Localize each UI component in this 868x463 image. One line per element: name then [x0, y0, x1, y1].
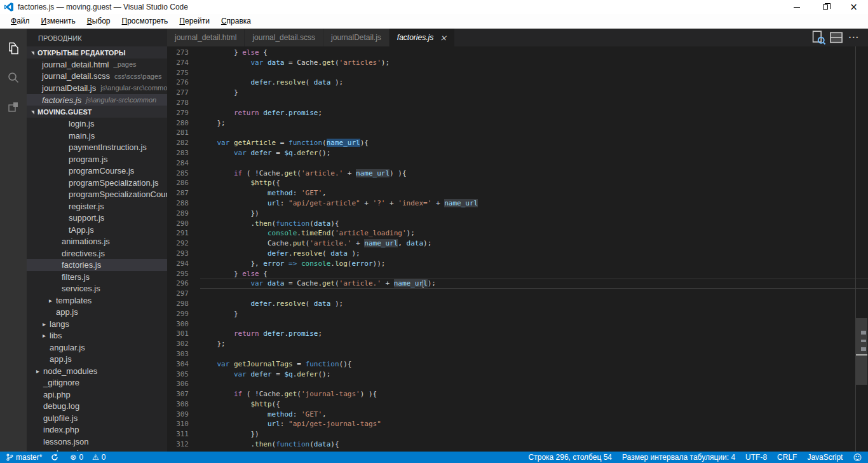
tree-file-programSpecializationCourse.js[interactable]: programSpecializationCourse.js	[27, 188, 167, 200]
code-line: 288 url: "api/get-article" + '?' + 'inde…	[167, 198, 868, 209]
tree-file-gulpfile.js[interactable]: gulpfile.js	[27, 412, 167, 424]
minimize-button[interactable]	[782, 0, 811, 14]
tree-file-api.php[interactable]: api.php	[27, 389, 167, 401]
errors-status[interactable]: ⊗ 0	[70, 453, 83, 462]
extensions-icon[interactable]	[0, 92, 27, 121]
line-number: 296	[167, 279, 200, 289]
menu-item-изменить[interactable]: Изменить	[36, 17, 81, 25]
menu-bar: ФайлИзменитьВыборПросмотретьПерейтиСправ…	[0, 14, 868, 29]
editor-actions: ···	[810, 29, 868, 46]
tree-file-app.js[interactable]: app.js	[27, 306, 167, 318]
overview-ruler-mark	[861, 331, 866, 335]
git-branch-icon	[6, 453, 13, 461]
tree-folder-node_modules[interactable]: ▸node_modules	[27, 365, 167, 377]
file-tree: login.jsmain.jspaymentInstruction.jsprog…	[27, 118, 167, 452]
code-line: 312 .then(function(data){	[167, 439, 868, 450]
error-icon: ⊗	[70, 453, 76, 462]
tree-file-index.php[interactable]: index.php	[27, 424, 167, 436]
tree-folder-langs[interactable]: ▸langs	[27, 318, 167, 330]
git-branch-status[interactable]: master*	[6, 453, 42, 462]
tab-journal_detail.scss[interactable]: journal_detail.scss	[245, 29, 323, 46]
tab-size-status[interactable]: Размер интервала табуляции: 4	[622, 453, 735, 462]
tree-file-support.js[interactable]: support.js	[27, 212, 167, 224]
tree-file-register.js[interactable]: register.js	[27, 200, 167, 212]
tree-folder-libs[interactable]: ▸libs	[27, 329, 167, 342]
tree-file-factories.js[interactable]: factories.js	[27, 259, 167, 271]
open-editors-header[interactable]: ОТКРЫТЫЕ РЕДАКТОРЫ	[27, 46, 167, 59]
minimize-icon	[794, 7, 800, 8]
menu-item-перейти[interactable]: Перейти	[173, 17, 215, 25]
code-line: 303	[167, 349, 868, 359]
warnings-status[interactable]: ⚠ 0	[92, 453, 105, 462]
chevron-right-icon: ▸	[36, 368, 43, 375]
tree-file-directives.js[interactable]: directives.js	[27, 247, 167, 259]
encoding-status[interactable]: UTF-8	[745, 453, 767, 462]
line-number: 290	[167, 219, 200, 229]
tree-file-main.js[interactable]: main.js	[27, 130, 167, 142]
feedback-smiley-icon[interactable]: ☺	[853, 453, 862, 462]
line-number: 280	[167, 118, 200, 128]
line-number: 297	[167, 289, 200, 299]
scrollbar-track[interactable]	[855, 46, 868, 452]
tree-file-angular.js[interactable]: angular.js	[27, 342, 167, 354]
split-editor-icon[interactable]	[827, 29, 845, 46]
tree-file-login.js[interactable]: login.js	[27, 118, 167, 130]
cursor-position-status[interactable]: Строка 296, столбец 54	[529, 453, 612, 462]
menu-item-просмотреть[interactable]: Просмотреть	[116, 17, 174, 25]
menu-item-файл[interactable]: Файл	[5, 17, 36, 25]
code-lines: 273 } else {274 var data = Cache.get('ar…	[167, 48, 868, 450]
warning-icon: ⚠	[92, 453, 99, 462]
menu-item-выбор[interactable]: Выбор	[81, 17, 116, 25]
search-icon[interactable]	[0, 63, 27, 92]
chevron-right-icon: ▸	[49, 297, 56, 304]
vscode-logo-icon	[4, 2, 14, 12]
line-number: 276	[167, 78, 200, 88]
tree-file-filters.js[interactable]: filters.js	[27, 271, 167, 283]
tree-file-programCourse.js[interactable]: programCourse.js	[27, 165, 167, 177]
sync-button[interactable]	[51, 453, 61, 461]
code-line: 298 defer.resolve( data );	[167, 299, 868, 309]
tab-close-icon[interactable]: ×	[440, 33, 447, 43]
close-button[interactable]: ×	[839, 0, 868, 14]
open-editor-item[interactable]: journal_detail.html_pages	[27, 59, 167, 71]
tree-file-tApp.js[interactable]: tApp.js	[27, 224, 167, 236]
line-number: 279	[167, 108, 200, 118]
code-line: 295 } else {	[167, 269, 868, 279]
tree-file-programSpecialization.js[interactable]: programSpecialization.js	[27, 177, 167, 189]
tree-file-program.js[interactable]: program.js	[27, 153, 167, 165]
tab-journal_detail.html[interactable]: journal_detail.html	[167, 29, 245, 46]
tree-file-_gitignore[interactable]: _gitignore	[27, 377, 167, 389]
tab-factories.js[interactable]: factories.js×	[390, 29, 455, 46]
code-line: 291 console.timeEnd('article_loading');	[167, 228, 868, 238]
code-line: 284	[167, 158, 868, 169]
explorer-icon[interactable]	[0, 34, 27, 63]
tree-file-package.json[interactable]: package.json	[27, 447, 167, 452]
folder-root-header[interactable]: MOVING.GUEST	[27, 106, 167, 118]
open-editor-item[interactable]: factories.jsjs\angular-src\common	[27, 94, 167, 106]
tree-file-paymentInstruction.js[interactable]: paymentInstruction.js	[27, 141, 167, 153]
code-line: 279 return defer.promise;	[167, 108, 868, 118]
tree-folder-templates[interactable]: ▸templates	[27, 294, 167, 307]
eol-status[interactable]: CRLF	[777, 453, 797, 462]
more-actions-icon[interactable]: ···	[845, 29, 863, 46]
tab-bar: journal_detail.htmljournal_detail.scssjo…	[167, 29, 868, 46]
language-mode-status[interactable]: JavaScript	[807, 453, 843, 462]
tree-file-lessons.json[interactable]: lessons.json	[27, 436, 167, 448]
line-number: 288	[167, 198, 200, 209]
tab-journalDetail.js[interactable]: journalDetail.js	[323, 29, 390, 46]
menu-item-справка[interactable]: Справка	[215, 17, 257, 25]
tree-file-app.js[interactable]: app.js	[27, 353, 167, 365]
restore-button[interactable]	[811, 0, 839, 14]
tree-file-debug.log[interactable]: debug.log	[27, 400, 167, 412]
open-editor-item[interactable]: journal_detail.scsscss\scss\pages	[27, 71, 167, 83]
code-editor[interactable]: 273 } else {274 var data = Cache.get('ar…	[167, 46, 868, 452]
open-editor-item[interactable]: journalDetail.jsjs\angular-src\common\c.…	[27, 82, 167, 94]
line-number: 274	[167, 58, 200, 68]
scrollbar-thumb[interactable]	[856, 318, 867, 385]
open-preview-icon[interactable]	[810, 29, 827, 46]
line-number: 306	[167, 379, 200, 389]
code-line: 310 url: "api/get-journal-tags"	[167, 419, 868, 429]
tree-file-services.js[interactable]: services.js	[27, 282, 167, 294]
tree-file-animations.js[interactable]: animations.js	[27, 235, 167, 247]
code-line: 300	[167, 319, 868, 329]
